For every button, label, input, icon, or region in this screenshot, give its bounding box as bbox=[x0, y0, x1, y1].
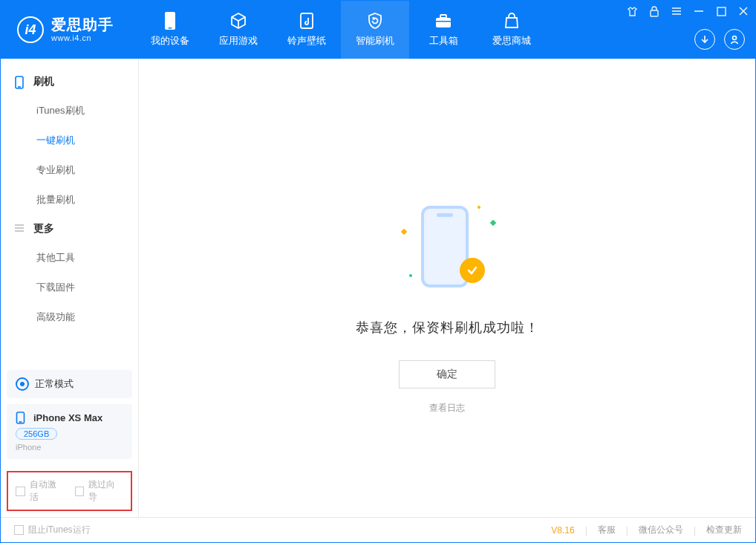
mode-box[interactable]: 正常模式 bbox=[7, 370, 132, 398]
statusbar-right: V8.16 | 客服 | 微信公众号 | 检查更新 bbox=[551, 524, 742, 536]
lock-icon[interactable] bbox=[648, 5, 660, 17]
statusbar: 阻止iTunes运行 V8.16 | 客服 | 微信公众号 | 检查更新 bbox=[1, 517, 755, 542]
svg-rect-0 bbox=[165, 12, 175, 30]
top-nav: 我的设备 应用游戏 铃声壁纸 智能刷机 工具箱 爱思商城 bbox=[136, 1, 546, 59]
nav-label: 铃声壁纸 bbox=[287, 34, 326, 48]
checkbox-label: 自动激活 bbox=[30, 478, 65, 504]
sidebar-item-pro-flash[interactable]: 专业刷机 bbox=[1, 155, 138, 185]
nav-label: 智能刷机 bbox=[356, 34, 394, 48]
sidebar-item-oneclick-flash[interactable]: 一键刷机 bbox=[1, 126, 138, 155]
list-icon bbox=[14, 223, 26, 235]
group-flash[interactable]: 刷机 bbox=[1, 68, 138, 96]
success-message: 恭喜您，保资料刷机成功啦！ bbox=[356, 319, 539, 336]
nav-store[interactable]: 爱思商城 bbox=[478, 1, 546, 59]
nav-label: 应用游戏 bbox=[219, 34, 258, 48]
device-info[interactable]: iPhone XS Max 256GB iPhone bbox=[7, 404, 132, 459]
dot-icon bbox=[409, 274, 412, 277]
sidebar-item-batch-flash[interactable]: 批量刷机 bbox=[1, 185, 138, 215]
toolbox-icon bbox=[434, 12, 452, 30]
header-right-icons bbox=[694, 29, 745, 50]
version-label: V8.16 bbox=[551, 525, 574, 536]
separator: | bbox=[694, 525, 696, 536]
maximize-icon[interactable] bbox=[715, 5, 727, 17]
sidebar-item-other-tools[interactable]: 其他工具 bbox=[1, 243, 138, 273]
nav-apps[interactable]: 应用游戏 bbox=[204, 1, 273, 59]
device-name: iPhone XS Max bbox=[33, 412, 102, 423]
sidebar-item-download-firmware[interactable]: 下载固件 bbox=[1, 273, 138, 302]
statusbar-left: 阻止iTunes运行 bbox=[14, 524, 91, 536]
nav-toolbox[interactable]: 工具箱 bbox=[409, 1, 478, 59]
app-window: i4 爱思助手 www.i4.cn 我的设备 应用游戏 铃声壁纸 智能刷机 bbox=[0, 0, 756, 543]
spark-icon bbox=[401, 229, 407, 235]
svg-rect-11 bbox=[717, 7, 726, 16]
logo-icon: i4 bbox=[17, 16, 44, 43]
cube-icon bbox=[229, 12, 247, 30]
app-name: 爱思助手 bbox=[51, 16, 114, 33]
shield-refresh-icon bbox=[366, 12, 384, 30]
group-more[interactable]: 更多 bbox=[1, 215, 138, 243]
sidebar-item-itunes-flash[interactable]: iTunes刷机 bbox=[1, 96, 138, 126]
success-illustration bbox=[399, 200, 495, 296]
download-icon[interactable] bbox=[694, 29, 715, 50]
menu-icon[interactable] bbox=[671, 5, 682, 17]
svg-rect-2 bbox=[301, 13, 313, 28]
svg-rect-1 bbox=[169, 27, 172, 29]
nav-label: 工具箱 bbox=[429, 34, 458, 48]
checkbox-label: 跳过向导 bbox=[88, 478, 123, 504]
spark-icon bbox=[490, 220, 496, 226]
device-capacity: 256GB bbox=[16, 428, 57, 440]
user-icon[interactable] bbox=[724, 29, 745, 50]
options-box: 自动激活 跳过向导 bbox=[7, 471, 132, 511]
app-url: www.i4.cn bbox=[51, 33, 114, 43]
titlebar: i4 爱思助手 www.i4.cn 我的设备 应用游戏 铃声壁纸 智能刷机 bbox=[1, 1, 755, 59]
sidebar-item-advanced[interactable]: 高级功能 bbox=[1, 302, 138, 332]
svg-rect-4 bbox=[440, 15, 446, 18]
checkbox-skip-guide[interactable]: 跳过向导 bbox=[75, 478, 124, 504]
window-controls bbox=[626, 5, 749, 17]
view-log-link[interactable]: 查看日志 bbox=[429, 402, 465, 414]
svg-rect-5 bbox=[436, 21, 451, 22]
svg-point-14 bbox=[733, 36, 737, 40]
sidebar: 刷机 iTunes刷机 一键刷机 专业刷机 批量刷机 更多 其他工具 下载固件 … bbox=[1, 59, 139, 517]
separator: | bbox=[585, 525, 587, 536]
nav-my-device[interactable]: 我的设备 bbox=[136, 1, 204, 59]
minimize-icon[interactable] bbox=[693, 5, 705, 17]
dot-icon bbox=[478, 206, 480, 209]
device-icon bbox=[161, 12, 179, 30]
checkbox-icon bbox=[75, 487, 85, 496]
music-file-icon bbox=[298, 12, 316, 30]
svg-rect-6 bbox=[651, 10, 658, 16]
ok-button[interactable]: 确定 bbox=[399, 360, 495, 388]
separator: | bbox=[626, 525, 628, 536]
close-icon[interactable] bbox=[737, 5, 749, 17]
logo-area: i4 爱思助手 www.i4.cn bbox=[1, 1, 128, 59]
body: 刷机 iTunes刷机 一键刷机 专业刷机 批量刷机 更多 其他工具 下载固件 … bbox=[1, 59, 755, 517]
checkbox-icon bbox=[14, 525, 24, 535]
group-label: 刷机 bbox=[33, 75, 54, 88]
mode-dot-icon bbox=[16, 377, 29, 391]
checkbox-label: 阻止iTunes运行 bbox=[28, 524, 91, 536]
device-type: iPhone bbox=[16, 443, 123, 452]
wechat-link[interactable]: 微信公众号 bbox=[639, 524, 683, 536]
svg-rect-3 bbox=[436, 18, 451, 27]
bag-icon bbox=[503, 12, 521, 30]
phone-small-icon bbox=[16, 412, 27, 423]
support-link[interactable]: 客服 bbox=[598, 524, 616, 536]
nav-label: 我的设备 bbox=[151, 34, 189, 48]
checkbox-auto-activate[interactable]: 自动激活 bbox=[16, 478, 65, 504]
nav-label: 爱思商城 bbox=[492, 34, 531, 48]
tshirt-icon[interactable] bbox=[626, 5, 638, 17]
phone-icon bbox=[14, 76, 26, 88]
logo-text: 爱思助手 www.i4.cn bbox=[51, 16, 114, 43]
main-content: 恭喜您，保资料刷机成功啦！ 确定 查看日志 bbox=[139, 59, 755, 517]
group-label: 更多 bbox=[33, 222, 54, 235]
sidebar-scroll: 刷机 iTunes刷机 一键刷机 专业刷机 批量刷机 更多 其他工具 下载固件 … bbox=[1, 59, 138, 364]
check-badge-icon bbox=[460, 258, 485, 283]
check-update-link[interactable]: 检查更新 bbox=[706, 524, 742, 536]
mode-label: 正常模式 bbox=[35, 377, 74, 391]
checkbox-block-itunes[interactable]: 阻止iTunes运行 bbox=[14, 524, 91, 536]
checkbox-icon bbox=[16, 487, 25, 496]
nav-flash[interactable]: 智能刷机 bbox=[341, 1, 409, 59]
nav-ringtones[interactable]: 铃声壁纸 bbox=[273, 1, 341, 59]
